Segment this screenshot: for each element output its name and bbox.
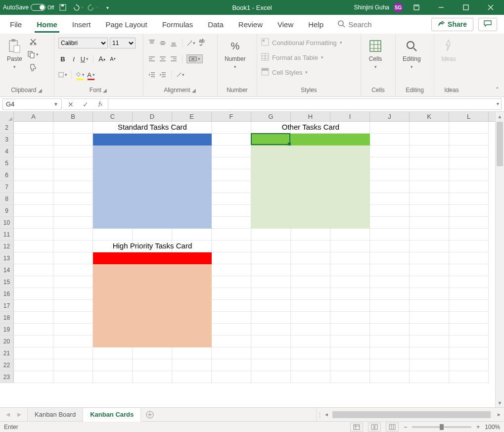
cell[interactable] — [53, 300, 93, 312]
scroll-left-button[interactable]: ◄ — [321, 412, 331, 417]
cell[interactable] — [449, 371, 489, 383]
italic-button[interactable]: I — [69, 54, 78, 63]
cell[interactable] — [410, 264, 449, 276]
cell[interactable] — [449, 252, 489, 264]
cell[interactable] — [53, 336, 93, 347]
col-header[interactable]: L — [449, 112, 489, 121]
tab-data[interactable]: Data — [207, 17, 225, 32]
cell[interactable] — [212, 359, 251, 371]
cell[interactable] — [291, 240, 330, 252]
cell[interactable] — [410, 157, 449, 169]
orientation-button[interactable] — [186, 39, 195, 48]
vscroll-thumb[interactable] — [497, 122, 503, 166]
cell[interactable] — [410, 347, 449, 359]
cell[interactable] — [449, 157, 489, 169]
cell[interactable] — [410, 276, 449, 288]
minimize-button[interactable] — [430, 0, 453, 15]
cell[interactable] — [53, 371, 93, 383]
undo-button[interactable] — [72, 1, 84, 13]
row-header[interactable]: 3 — [0, 134, 14, 145]
cell[interactable] — [449, 240, 489, 252]
cell[interactable] — [14, 347, 53, 359]
col-header[interactable]: H — [291, 112, 330, 121]
row-header[interactable]: 5 — [0, 157, 14, 169]
cell[interactable] — [370, 145, 410, 157]
cell[interactable] — [449, 169, 489, 181]
cell[interactable] — [370, 300, 410, 312]
row-header[interactable]: 2 — [0, 122, 14, 134]
tab-formulas[interactable]: Formulas — [161, 17, 194, 32]
row-header[interactable]: 7 — [0, 181, 14, 193]
collapse-ribbon-button[interactable]: ˄ — [496, 86, 499, 94]
page-break-view-button[interactable] — [386, 423, 399, 432]
col-header[interactable]: I — [330, 112, 370, 121]
alignment-launcher-icon[interactable]: ◢ — [192, 88, 197, 93]
cell[interactable] — [449, 312, 489, 324]
cell[interactable] — [14, 359, 53, 371]
cell[interactable] — [449, 288, 489, 300]
page-layout-view-button[interactable] — [368, 423, 381, 432]
borders-button[interactable] — [58, 70, 67, 79]
row-header[interactable]: 6 — [0, 169, 14, 181]
redo-button[interactable] — [87, 1, 98, 13]
tab-splitter[interactable]: ⋮ — [317, 411, 321, 418]
tell-me-search[interactable]: Search — [337, 20, 372, 29]
cell[interactable] — [251, 240, 291, 252]
cell[interactable] — [330, 229, 370, 240]
cell[interactable] — [172, 359, 212, 371]
cell[interactable] — [133, 371, 172, 383]
cell[interactable] — [14, 312, 53, 324]
cell[interactable] — [370, 324, 410, 336]
wrap-text-button[interactable]: ab⤶ — [197, 39, 206, 48]
font-name-select[interactable]: Calibri — [58, 38, 108, 48]
row-header[interactable]: 12 — [0, 240, 14, 252]
align-bottom-button[interactable] — [169, 39, 178, 48]
cell[interactable] — [449, 145, 489, 157]
fill-color-button[interactable] — [76, 70, 85, 79]
tab-file[interactable]: File — [9, 17, 23, 32]
row-header[interactable]: 21 — [0, 347, 14, 359]
cell[interactable] — [212, 264, 251, 276]
cell[interactable] — [212, 288, 251, 300]
col-header[interactable]: J — [370, 112, 410, 121]
row-header[interactable]: 15 — [0, 276, 14, 288]
row-header[interactable]: 18 — [0, 312, 14, 324]
cell[interactable] — [251, 324, 291, 336]
font-size-select[interactable]: 11 — [110, 38, 136, 48]
sheet-tab-kanban-cards[interactable]: Kanban Cards — [83, 408, 141, 422]
cell[interactable] — [410, 169, 449, 181]
cell[interactable] — [212, 181, 251, 193]
cell[interactable] — [251, 312, 291, 324]
share-button[interactable]: Share — [431, 18, 473, 31]
cell[interactable] — [212, 312, 251, 324]
cell[interactable] — [133, 359, 172, 371]
cell[interactable] — [14, 122, 53, 134]
enter-formula-button[interactable]: ✓ — [78, 100, 93, 108]
font-color-button[interactable]: A — [87, 70, 95, 79]
cell[interactable] — [370, 312, 410, 324]
cell[interactable] — [410, 312, 449, 324]
row-header[interactable]: 13 — [0, 252, 14, 264]
cell[interactable] — [330, 264, 370, 276]
cell[interactable] — [53, 217, 93, 229]
cell[interactable] — [370, 264, 410, 276]
cell[interactable] — [14, 252, 53, 264]
scroll-right-button[interactable]: ► — [494, 412, 504, 417]
merge-center-button[interactable] — [186, 54, 203, 63]
cell[interactable] — [449, 122, 489, 134]
format-painter-button[interactable] — [27, 62, 39, 72]
cell[interactable] — [212, 324, 251, 336]
row-header[interactable]: 4 — [0, 145, 14, 157]
col-header[interactable]: D — [133, 112, 172, 121]
cell[interactable] — [172, 371, 212, 383]
cancel-formula-button[interactable]: ✕ — [63, 100, 78, 108]
row-header[interactable]: 17 — [0, 300, 14, 312]
align-left-button[interactable] — [147, 54, 156, 63]
cell[interactable] — [14, 336, 53, 347]
cell[interactable] — [449, 336, 489, 347]
autosave-pill[interactable] — [31, 4, 46, 11]
zoom-out-button[interactable]: − — [404, 424, 407, 431]
cell[interactable] — [370, 134, 410, 145]
cells-area[interactable]: 234567891011121314151617181920212223 — [0, 122, 495, 407]
row-header[interactable]: 20 — [0, 336, 14, 347]
